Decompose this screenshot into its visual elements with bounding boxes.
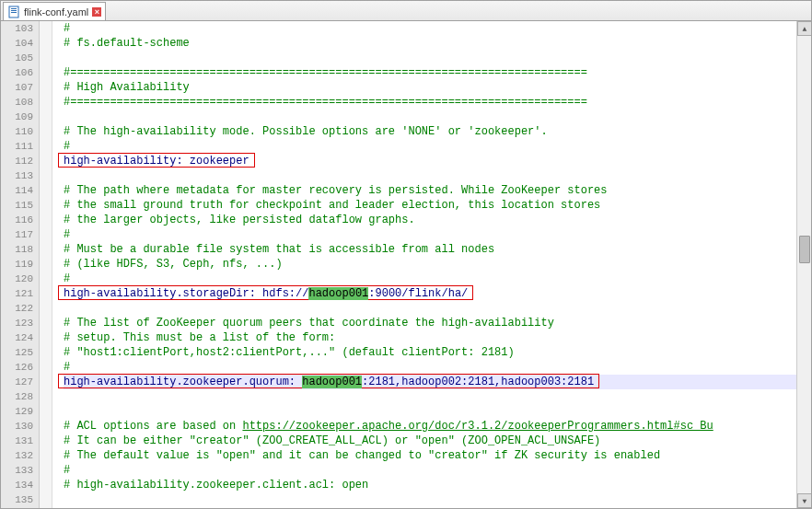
close-icon[interactable]: × — [92, 7, 101, 17]
code-line: # high-availability.zookeeper.client.acl… — [64, 478, 796, 492]
scroll-up-arrow[interactable]: ▲ — [797, 21, 811, 36]
vertical-scrollbar[interactable]: ▲ ▼ — [796, 21, 811, 508]
code-line — [64, 492, 796, 507]
code-line: # setup. This must be a list of the form… — [64, 330, 796, 345]
code-line: # — [64, 139, 796, 154]
line-number: 127 — [1, 375, 33, 389]
line-number-gutter: 1031041051061071081091101111121131141151… — [1, 21, 40, 508]
code-line: # The list of ZooKeeper quorum peers tha… — [64, 316, 796, 330]
file-icon — [7, 6, 20, 18]
tab-filename: flink-conf.yaml — [24, 6, 88, 17]
line-number: 134 — [1, 478, 33, 492]
line-number: 133 — [1, 463, 33, 478]
code-line: high-availability.storageDir: hdfs://had… — [64, 286, 796, 301]
editor-body: 1031041051061071081091101111121131141151… — [1, 21, 811, 508]
line-number: 112 — [1, 154, 33, 168]
line-number: 129 — [1, 404, 33, 419]
file-tab[interactable]: flink-conf.yaml × — [3, 2, 106, 20]
line-number: 114 — [1, 183, 33, 198]
code-line — [64, 51, 796, 65]
code-line: # (like HDFS, S3, Ceph, nfs, ...) — [64, 257, 796, 272]
line-number: 106 — [1, 65, 33, 80]
code-line: # — [64, 272, 796, 286]
line-number: 122 — [1, 301, 33, 316]
line-number: 123 — [1, 316, 33, 330]
code-line: # — [64, 227, 796, 242]
code-line — [64, 168, 796, 183]
code-line: # High Availability — [64, 80, 796, 95]
line-number: 128 — [1, 389, 33, 404]
line-number: 117 — [1, 227, 33, 242]
line-number: 130 — [1, 419, 33, 434]
code-line: # The path where metadata for master rec… — [64, 183, 796, 198]
line-number: 118 — [1, 242, 33, 257]
svg-rect-1 — [11, 8, 17, 9]
code-line: # the small ground truth for checkpoint … — [64, 198, 796, 213]
svg-rect-2 — [11, 10, 17, 11]
line-number: 103 — [1, 21, 33, 36]
code-line: #=======================================… — [64, 65, 796, 80]
editor-window: flink-conf.yaml × 1031041051061071081091… — [0, 0, 812, 509]
fold-column — [40, 21, 52, 508]
code-line: # — [64, 360, 796, 375]
code-line — [64, 404, 796, 419]
line-number: 105 — [1, 51, 33, 65]
code-line: # — [64, 21, 796, 36]
line-number: 104 — [1, 36, 33, 51]
line-number: 135 — [1, 492, 33, 507]
code-line: # The default value is "open" and it can… — [64, 448, 796, 463]
code-line: #=======================================… — [64, 95, 796, 110]
code-line: # the larger objects, like persisted dat… — [64, 213, 796, 227]
line-number: 132 — [1, 448, 33, 463]
line-number: 120 — [1, 272, 33, 286]
code-line — [64, 110, 796, 124]
code-area[interactable]: ## fs.default-scheme#===================… — [52, 21, 796, 508]
line-number: 107 — [1, 80, 33, 95]
code-line: # fs.default-scheme — [64, 36, 796, 51]
line-number: 111 — [1, 139, 33, 154]
line-number: 124 — [1, 330, 33, 345]
line-number: 126 — [1, 360, 33, 375]
code-line: # — [64, 463, 796, 478]
line-number: 113 — [1, 168, 33, 183]
line-number: 125 — [1, 345, 33, 360]
code-line — [64, 301, 796, 316]
tab-bar: flink-conf.yaml × — [1, 1, 811, 21]
code-line: # The high-availability mode. Possible o… — [64, 124, 796, 139]
line-number: 108 — [1, 95, 33, 110]
line-number: 121 — [1, 286, 33, 301]
line-number: 131 — [1, 434, 33, 448]
code-line: # ACL options are based on https://zooke… — [64, 419, 796, 434]
line-number: 115 — [1, 198, 33, 213]
code-line — [64, 389, 796, 404]
code-line: high-availability.zookeeper.quorum: hado… — [64, 375, 796, 389]
code-line: # Must be a durable file system that is … — [64, 242, 796, 257]
code-line: # "host1:clientPort,host2:clientPort,...… — [64, 345, 796, 360]
scroll-thumb[interactable] — [799, 236, 810, 263]
svg-rect-3 — [11, 12, 17, 13]
scroll-down-arrow[interactable]: ▼ — [797, 493, 811, 508]
line-number: 119 — [1, 257, 33, 272]
line-number: 116 — [1, 213, 33, 227]
line-number: 109 — [1, 110, 33, 124]
line-number: 110 — [1, 124, 33, 139]
code-line: # It can be either "creator" (ZOO_CREATE… — [64, 434, 796, 448]
code-line: high-availability: zookeeper — [64, 154, 796, 168]
